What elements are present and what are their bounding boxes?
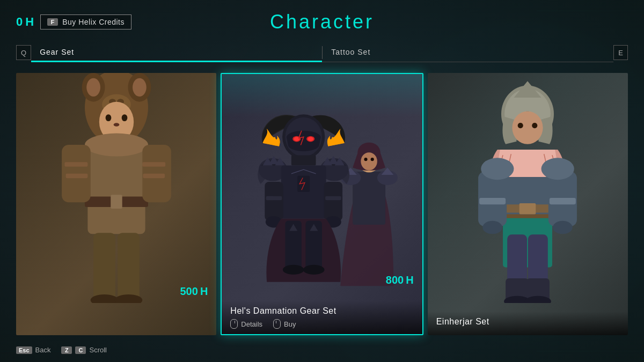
svg-rect-35: [111, 195, 122, 209]
mouse-left-icon: [230, 319, 238, 329]
card-bear-price: 500 H: [180, 285, 208, 298]
tab-prev-button[interactable]: Q: [16, 45, 31, 60]
svg-point-80: [283, 265, 304, 275]
svg-point-99: [541, 158, 574, 180]
card-einherjar-info: Einherjar Set: [428, 312, 628, 335]
details-button[interactable]: Details: [230, 319, 262, 329]
tab-next-button[interactable]: E: [613, 45, 628, 60]
buy-credits-label: Buy Helix Credits: [62, 18, 125, 26]
card-hel-name: Hel's Damnation Gear Set: [230, 306, 413, 316]
details-label: Details: [241, 320, 262, 328]
svg-point-31: [113, 123, 119, 126]
svg-rect-42: [93, 233, 115, 302]
svg-point-102: [483, 221, 503, 234]
card-hel-inner: Hel's Damnation Gear Set 800 H Details B…: [222, 74, 422, 334]
back-key: Esc: [16, 346, 32, 354]
card-einherjar-name: Einherjar Set: [436, 317, 619, 327]
svg-point-103: [553, 221, 573, 234]
tab-prev-key: Q: [21, 49, 26, 57]
svg-point-33: [85, 134, 148, 157]
scroll-key-z: Z: [61, 346, 72, 354]
svg-rect-39: [142, 162, 165, 167]
svg-rect-40: [65, 174, 87, 179]
svg-point-90: [532, 123, 537, 128]
scroll-button[interactable]: Z C Scroll: [61, 346, 107, 354]
svg-rect-75: [325, 196, 341, 201]
page-title: Character: [270, 11, 374, 33]
svg-rect-73: [324, 182, 342, 220]
card-bear-set[interactable]: 500 H: [16, 73, 216, 335]
card-einherjar[interactable]: Einherjar Set: [428, 73, 628, 335]
cards-area: 500 H: [16, 73, 628, 335]
svg-rect-43: [118, 233, 140, 302]
card-hel-damnation[interactable]: Hel's Damnation Gear Set 800 H Details B…: [221, 73, 423, 335]
hel-price-value: 800: [386, 274, 404, 286]
tab-gear-set[interactable]: Gear Set: [31, 43, 322, 62]
helix-balance: 0 H: [16, 15, 34, 29]
char-einherjar-art: [428, 73, 628, 303]
svg-point-60: [308, 137, 313, 141]
svg-rect-70: [281, 166, 326, 219]
card-hel-actions: Details Buy: [230, 319, 413, 329]
svg-point-81: [303, 265, 325, 275]
header-left: 0 H F Buy Helix Credits: [16, 14, 131, 29]
card-bear-inner: 500 H: [16, 73, 216, 335]
svg-point-29: [105, 114, 111, 121]
svg-point-53: [364, 158, 367, 161]
buy-button[interactable]: Buy: [273, 319, 296, 329]
scroll-key-c: C: [75, 346, 86, 354]
price-value: 500: [180, 285, 198, 298]
svg-rect-41: [143, 174, 165, 179]
char-bear-art: [16, 73, 216, 303]
svg-rect-101: [550, 198, 576, 204]
back-button[interactable]: Esc Back: [16, 346, 50, 354]
svg-point-23: [86, 78, 100, 97]
svg-rect-72: [265, 182, 283, 220]
tab-gear-label: Gear Set: [40, 48, 74, 56]
buy-key-badge: F: [47, 18, 58, 26]
header: 0 H F Buy Helix Credits Character: [16, 11, 628, 33]
svg-point-24: [133, 78, 147, 97]
card-einherjar-inner: Einherjar Set: [428, 73, 628, 335]
tab-next-key: E: [618, 49, 623, 57]
char-hel-art: [222, 74, 422, 302]
footer: Esc Back Z C Scroll: [16, 344, 628, 354]
card-hel-info: Hel's Damnation Gear Set 800 H Details B…: [222, 301, 422, 334]
scroll-label: Scroll: [89, 346, 107, 354]
svg-rect-95: [519, 203, 536, 214]
back-label: Back: [35, 346, 51, 354]
helix-count: 0: [16, 15, 23, 29]
card-hel-price: 800 H: [386, 274, 414, 286]
svg-rect-38: [64, 162, 87, 167]
main-content: 0 H F Buy Helix Credits Character Q Gear…: [0, 0, 644, 362]
buy-label: Buy: [284, 320, 296, 328]
tab-tattoo-set[interactable]: Tattoo Set: [323, 43, 613, 62]
svg-rect-74: [266, 196, 282, 201]
helix-symbol: H: [25, 15, 34, 29]
hel-price-symbol: H: [406, 274, 413, 286]
svg-point-88: [513, 112, 543, 144]
mouse-right-icon: [273, 319, 281, 329]
svg-point-98: [481, 158, 514, 180]
tabs-bar: Gear Set Tattoo Set: [31, 43, 613, 62]
svg-point-52: [361, 152, 377, 171]
svg-point-30: [121, 114, 127, 121]
tab-tattoo-label: Tattoo Set: [331, 48, 370, 56]
buy-credits-button[interactable]: F Buy Helix Credits: [40, 14, 131, 29]
price-h-symbol: H: [200, 285, 208, 298]
svg-point-54: [371, 158, 374, 161]
svg-point-89: [518, 123, 523, 128]
svg-rect-61: [291, 156, 316, 166]
svg-rect-100: [479, 198, 506, 204]
tabs-container: Q Gear Set Tattoo Set E: [16, 43, 628, 62]
